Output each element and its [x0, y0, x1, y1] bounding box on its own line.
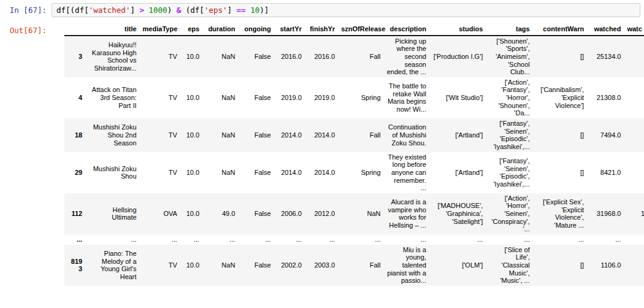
output-cell: Out[67]: titlemediaTypeepsdurationongoin… [0, 23, 644, 286]
column-header-ongoing: ongoing [238, 23, 274, 36]
column-header-eps: eps [180, 23, 202, 36]
cell-watched: 21308.0 [587, 77, 624, 118]
cell-watched: ... [587, 234, 624, 245]
cell-startYr: 2014.0 [274, 152, 305, 193]
column-header-contentWarn: contentWarn [533, 23, 587, 36]
cell-ongoing: False [238, 118, 274, 152]
row-index: 29 [64, 152, 85, 193]
cell-description: Picking up where the second season ended… [384, 36, 429, 77]
cell-duration: NaN [202, 152, 238, 193]
code-editor[interactable]: df[(df['watched'] > 1000) & (df['eps'] =… [52, 3, 640, 17]
table-row: 29Mushishi Zoku ShouTV10.0NaNFalse2014.0… [64, 152, 644, 193]
code-operator-eq: == [237, 6, 246, 15]
cell-finishYr: ... [305, 234, 338, 245]
column-header-duration: duration [202, 23, 238, 36]
cell-mediaType: ... [140, 234, 180, 245]
cell-tags: ['Shounen', 'Sports', 'Animeism', 'Schoo… [486, 36, 532, 77]
cell-title: Mushishi Zoku Shou [85, 152, 139, 193]
table-header-row: titlemediaTypeepsdurationongoingstartYrf… [64, 23, 644, 36]
cell-startYr: 2002.0 [274, 245, 305, 286]
cell-contentWarn: [] [533, 118, 587, 152]
code-number-10: 10 [250, 6, 259, 15]
code-operator-gt: > [139, 6, 144, 15]
code-string-eps: 'eps' [204, 6, 228, 15]
cell-mediaType: TV [140, 245, 180, 286]
cell-studios: ['OLM'] [429, 245, 486, 286]
cell-sznOfRelease: Spring [338, 77, 383, 118]
cell-watching-partial [624, 77, 644, 118]
cell-watching-partial [624, 36, 644, 77]
cell-ongoing: False [238, 152, 274, 193]
jupyter-notebook-page: In [67]: df[(df['watched'] > 1000) & (df… [0, 0, 644, 308]
cell-sznOfRelease: Spring [338, 152, 383, 193]
cell-ongoing: False [238, 193, 274, 234]
code-segment: (df[ [181, 6, 204, 15]
cell-ongoing: False [238, 245, 274, 286]
column-header-watching-partial: watc [624, 23, 644, 36]
table-row: 3Haikyuu!! Karasuno High School vs Shira… [64, 36, 644, 77]
table-row: 18Mushishi Zoku Shou 2nd SeasonTV10.0NaN… [64, 118, 644, 152]
cell-eps: ... [180, 234, 202, 245]
cell-eps: 10.0 [180, 245, 202, 286]
code-segment: )] [259, 6, 269, 15]
cell-tags: ['Slice of Life', 'Classical Music', 'Mu… [486, 245, 532, 286]
cell-contentWarn: [] [533, 36, 587, 77]
code-segment: ] [130, 6, 139, 15]
cell-finishYr: 2019.0 [305, 77, 338, 118]
cell-tags: ['Fantasy', 'Seinen', 'Episodic', 'Iyash… [486, 152, 532, 193]
cell-finishYr: 2016.0 [305, 36, 338, 77]
row-index: ... [64, 234, 85, 245]
cell-tags: ['Action', 'Fantasy', 'Horror', 'Shounen… [486, 77, 532, 118]
cell-duration: NaN [202, 36, 238, 77]
column-header-studios: studios [429, 23, 486, 36]
code-segment: df[(df[ [56, 6, 89, 15]
column-header-index [64, 23, 85, 36]
cell-studios: ... [429, 234, 486, 245]
cell-startYr: 2014.0 [274, 118, 305, 152]
cell-studios: ['Artland'] [429, 152, 486, 193]
column-header-watched: watched [587, 23, 624, 36]
input-prompt: In [67]: [0, 3, 52, 15]
row-index: 3 [64, 36, 85, 77]
cell-startYr: 2016.0 [274, 36, 305, 77]
code-segment: ] [228, 6, 237, 15]
cell-duration: NaN [202, 118, 238, 152]
cell-contentWarn: ... [533, 234, 587, 245]
dataframe-output: titlemediaTypeepsdurationongoingstartYrf… [52, 23, 644, 286]
cell-title: Hellsing Ultimate [85, 193, 139, 234]
cell-mediaType: TV [140, 118, 180, 152]
cell-studios: ['Production I.G'] [429, 36, 486, 77]
cell-tags: ... [486, 234, 532, 245]
column-header-sznOfRelease: sznOfRelease [338, 23, 383, 36]
cell-eps: 10.0 [180, 152, 202, 193]
row-index: 18 [64, 118, 85, 152]
cell-finishYr: 2014.0 [305, 118, 338, 152]
cell-contentWarn: [] [533, 245, 587, 286]
cell-watching-partial [624, 245, 644, 286]
column-header-finishYr: finishYr [305, 23, 338, 36]
cell-watching-partial: 1 [624, 193, 644, 234]
cell-watched: 8421.0 [587, 152, 624, 193]
row-index: 112 [64, 193, 85, 234]
cell-sznOfRelease: Fall [338, 118, 383, 152]
cell-studios: ['Artland'] [429, 118, 486, 152]
cell-description: ... [384, 234, 429, 245]
cell-mediaType: TV [140, 77, 180, 118]
cell-startYr: 2019.0 [274, 77, 305, 118]
cell-startYr: 2006.0 [274, 193, 305, 234]
cell-watched: 25134.0 [587, 36, 624, 77]
code-segment: ) [167, 6, 177, 15]
cell-description: Miu is a young, talented pianist with a … [384, 245, 429, 286]
input-cell: In [67]: df[(df['watched'] > 1000) & (df… [0, 3, 644, 17]
cell-ongoing: False [238, 77, 274, 118]
cell-mediaType: TV [140, 152, 180, 193]
row-index: 8193 [64, 245, 85, 286]
cell-sznOfRelease: ... [338, 234, 383, 245]
table-row: 8193Piano: The Melody of a Young Girl's … [64, 245, 644, 286]
table-row: 4Attack on Titan 3rd Season: Part IITV10… [64, 77, 644, 118]
column-header-tags: tags [486, 23, 532, 36]
cell-sznOfRelease: NaN [338, 193, 383, 234]
cell-mediaType: TV [140, 36, 180, 77]
cell-sznOfRelease: Fall [338, 36, 383, 77]
cell-startYr: ... [274, 234, 305, 245]
